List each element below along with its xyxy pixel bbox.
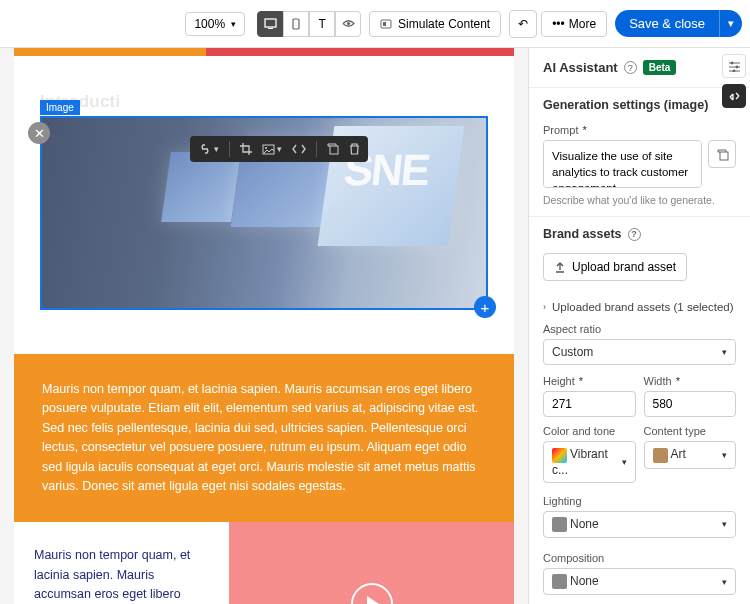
none-swatch-icon [552, 517, 567, 532]
gen-settings-title: Generation settings (image) [529, 87, 750, 120]
desktop-icon[interactable] [257, 11, 283, 37]
prompt-helper: Describe what you'd like to generate. [543, 194, 736, 206]
close-icon[interactable]: ✕ [28, 122, 50, 144]
svg-rect-14 [330, 146, 338, 154]
width-label: Width [644, 375, 672, 387]
svg-rect-1 [268, 28, 273, 29]
split-row: Mauris non tempor quam, et lacinia sapie… [14, 522, 514, 604]
editor-canvas[interactable]: ▾ ▾ Introducti Image ✕ [0, 48, 528, 604]
beta-badge: Beta [643, 60, 677, 75]
zoom-value: 100% [194, 17, 225, 31]
chevron-right-icon: › [543, 302, 546, 312]
intro-heading: Introducti [40, 92, 488, 112]
chevron-down-icon: ▾ [231, 19, 236, 29]
chevron-down-icon: ▾ [722, 577, 727, 587]
lighting-label: Lighting [543, 495, 736, 507]
video-block[interactable] [229, 522, 514, 604]
top-toolbar: 100% ▾ T Simulate Content ↶ ••• More Sav… [0, 0, 750, 48]
page-content: Introducti Image ✕ SNE + Mauris non temp… [14, 48, 514, 604]
simulate-content-button[interactable]: Simulate Content [369, 11, 501, 37]
panel-title: AI Assistant [543, 60, 618, 75]
more-button[interactable]: ••• More [541, 11, 607, 37]
sliders-icon[interactable] [722, 54, 746, 78]
lighting-value: None [570, 517, 599, 531]
image-icon[interactable]: ▾ [262, 144, 282, 155]
brand-assets-label: Brand assets [543, 227, 622, 241]
chevron-down-icon: ▾ [722, 519, 727, 529]
aspect-value: Custom [552, 345, 593, 359]
play-icon [351, 583, 393, 604]
none-swatch-icon [552, 574, 567, 589]
composition-value: None [570, 574, 599, 588]
undo-icon[interactable]: ↶ [509, 10, 537, 38]
composition-label: Composition [543, 552, 736, 564]
color-strip [14, 48, 514, 56]
svg-rect-5 [383, 22, 386, 26]
add-icon[interactable]: + [474, 296, 496, 318]
mobile-icon[interactable] [283, 11, 309, 37]
help-icon[interactable]: ? [628, 228, 641, 241]
uploaded-assets-label: Uploaded brand assets (1 selected) [552, 301, 734, 313]
copy-prompt-icon[interactable] [708, 140, 736, 168]
help-icon[interactable]: ? [624, 61, 637, 74]
left-text-block[interactable]: Mauris non tempor quam, et lacinia sapie… [14, 522, 229, 604]
color-tone-label: Color and tone [543, 425, 636, 437]
save-close-button[interactable]: Save & close [615, 10, 719, 37]
more-label: More [569, 17, 596, 31]
more-group: ↶ ••• More [509, 10, 607, 38]
content-type-label: Content type [644, 425, 737, 437]
composition-select[interactable]: None ▾ [543, 568, 736, 595]
ellipsis-icon: ••• [552, 17, 565, 31]
upload-brand-button[interactable]: Upload brand asset [543, 253, 687, 281]
zoom-select[interactable]: 100% ▾ [185, 12, 245, 36]
content-type-value: Art [671, 447, 686, 461]
delete-icon[interactable] [349, 143, 360, 155]
right-rail [718, 48, 750, 114]
chevron-down-icon: ▾ [722, 450, 727, 460]
color-tone-select[interactable]: Vibrant c... ▾ [543, 441, 636, 482]
art-swatch-icon [653, 448, 668, 463]
save-group: Save & close ▾ [615, 10, 742, 37]
aspect-select[interactable]: Custom ▾ [543, 339, 736, 365]
preview-icon[interactable] [335, 11, 361, 37]
chevron-down-icon: ▾ [622, 457, 627, 467]
content-type-select[interactable]: Art ▾ [644, 441, 737, 468]
copy-icon[interactable] [327, 143, 339, 155]
prompt-input[interactable] [543, 140, 702, 188]
svg-point-9 [735, 65, 738, 68]
height-label: Height [543, 375, 575, 387]
svg-rect-2 [293, 19, 299, 29]
ai-assistant-panel: AI Assistant ? Beta Generation settings … [528, 48, 750, 604]
upload-brand-label: Upload brand asset [572, 260, 676, 274]
upload-icon [554, 261, 566, 273]
height-input[interactable] [543, 391, 636, 417]
svg-rect-15 [720, 152, 728, 160]
width-input[interactable] [644, 391, 737, 417]
link-icon[interactable]: ▾ [198, 144, 219, 154]
simulate-label: Simulate Content [398, 17, 490, 31]
collapse-panel-icon[interactable] [722, 84, 746, 108]
crop-icon[interactable] [240, 143, 252, 155]
prompt-label: Prompt [543, 124, 578, 136]
code-icon[interactable] [292, 144, 306, 154]
vibrant-swatch-icon [552, 448, 567, 463]
aspect-label: Aspect ratio [543, 323, 736, 335]
chevron-down-icon: ▾ [722, 347, 727, 357]
svg-point-7 [730, 61, 733, 64]
lighting-select[interactable]: None ▾ [543, 511, 736, 538]
orange-text-block[interactable]: Mauris non tempor quam, et lacinia sapie… [14, 354, 514, 522]
svg-point-3 [347, 22, 350, 25]
svg-rect-0 [265, 19, 276, 27]
uploaded-assets-row[interactable]: › Uploaded brand assets (1 selected) [529, 291, 750, 319]
svg-point-11 [732, 69, 735, 71]
save-dropdown-button[interactable]: ▾ [719, 10, 742, 37]
device-toggle-group: T [257, 11, 361, 37]
svg-point-13 [265, 147, 267, 149]
image-badge: Image [40, 100, 80, 115]
text-mode-icon[interactable]: T [309, 11, 335, 37]
floating-toolbar: ▾ ▾ [190, 136, 368, 162]
simulate-icon [380, 18, 392, 30]
